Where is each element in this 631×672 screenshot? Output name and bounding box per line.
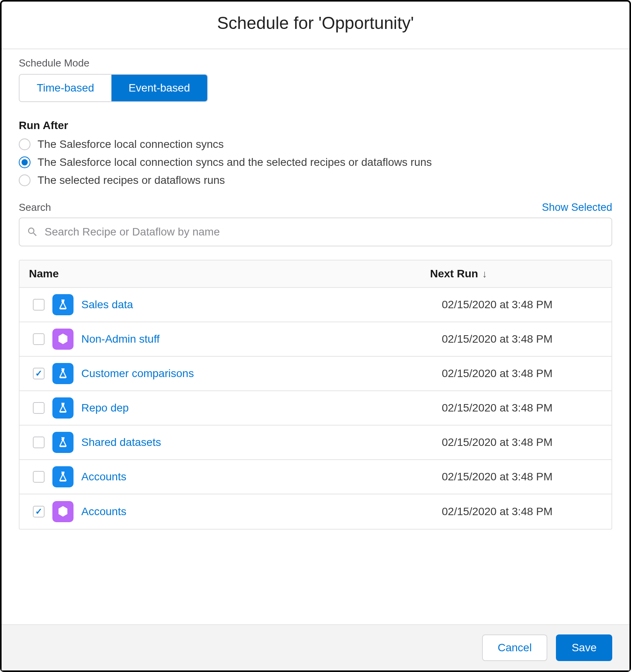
row-name-link[interactable]: Non-Admin stuff xyxy=(81,333,160,345)
modal-header: Schedule for 'Opportunity' xyxy=(2,2,629,49)
sort-descending-icon: ↓ xyxy=(482,268,487,280)
svg-point-8 xyxy=(61,473,63,474)
svg-point-6 xyxy=(61,439,63,440)
cancel-button[interactable]: Cancel xyxy=(482,634,547,661)
column-header-next-run[interactable]: Next Run ↓ xyxy=(430,268,602,280)
row-next-run: 02/15/2020 at 3:48 PM xyxy=(442,402,602,414)
radio-icon xyxy=(19,138,30,150)
row-checkbox[interactable] xyxy=(33,299,45,311)
table-row: Customer comparisons02/15/2020 at 3:48 P… xyxy=(20,357,611,391)
flask-icon xyxy=(52,397,73,419)
table-row: Shared datasets02/15/2020 at 3:48 PM xyxy=(20,426,611,460)
hexagon-icon xyxy=(52,329,73,350)
row-name-link[interactable]: Accounts xyxy=(81,505,126,518)
column-header-name[interactable]: Name xyxy=(29,268,430,280)
table-row: Non-Admin stuff02/15/2020 at 3:48 PM xyxy=(20,322,611,357)
flask-icon xyxy=(52,432,73,453)
save-button[interactable]: Save xyxy=(556,634,612,661)
search-box xyxy=(19,217,612,246)
schedule-mode-toggle: Time-based Event-based xyxy=(19,74,208,102)
row-name-link[interactable]: Sales data xyxy=(81,298,133,311)
modal-footer: Cancel Save xyxy=(2,624,629,670)
radio-icon xyxy=(19,174,30,186)
run-after-radio-group: The Salesforce local connection syncs Th… xyxy=(19,138,612,187)
search-icon xyxy=(27,226,38,238)
table-row: Accounts02/15/2020 at 3:48 PM xyxy=(20,460,611,494)
search-header: Search Show Selected xyxy=(19,201,612,214)
flask-icon xyxy=(52,466,73,487)
row-next-run: 02/15/2020 at 3:48 PM xyxy=(442,298,602,311)
svg-point-3 xyxy=(64,370,65,370)
table-header-row: Name Next Run ↓ xyxy=(20,261,611,288)
radio-label: The Salesforce local connection syncs xyxy=(38,138,224,151)
search-label: Search xyxy=(19,201,51,214)
modal-title: Schedule for 'Opportunity' xyxy=(2,13,629,33)
table-row: Accounts02/15/2020 at 3:48 PM xyxy=(20,494,611,529)
svg-point-4 xyxy=(61,404,63,406)
row-checkbox[interactable] xyxy=(33,368,45,379)
table-body: Sales data02/15/2020 at 3:48 PMNon-Admin… xyxy=(20,288,611,529)
svg-point-5 xyxy=(64,404,65,405)
row-name-link[interactable]: Customer comparisons xyxy=(81,367,194,380)
row-next-run: 02/15/2020 at 3:48 PM xyxy=(442,333,602,345)
search-input[interactable] xyxy=(45,226,604,238)
row-next-run: 02/15/2020 at 3:48 PM xyxy=(442,367,602,380)
row-next-run: 02/15/2020 at 3:48 PM xyxy=(442,436,602,449)
recipe-table: Name Next Run ↓ Sales data02/15/2020 at … xyxy=(19,260,612,530)
row-name-link[interactable]: Repo dep xyxy=(81,402,129,414)
hexagon-icon xyxy=(52,501,73,522)
row-checkbox[interactable] xyxy=(33,402,45,414)
svg-point-2 xyxy=(61,370,63,371)
radio-icon xyxy=(19,156,30,168)
svg-point-7 xyxy=(64,438,65,439)
row-checkbox[interactable] xyxy=(33,471,45,483)
flask-icon xyxy=(52,363,73,384)
svg-point-9 xyxy=(64,473,65,474)
run-after-option-1[interactable]: The Salesforce local connection syncs an… xyxy=(19,156,612,169)
modal-content: Schedule Mode Time-based Event-based Run… xyxy=(2,49,629,624)
table-row: Sales data02/15/2020 at 3:48 PM xyxy=(20,288,611,322)
flask-icon xyxy=(52,294,73,315)
row-checkbox[interactable] xyxy=(33,333,45,345)
row-checkbox[interactable] xyxy=(33,506,45,517)
schedule-mode-label: Schedule Mode xyxy=(19,57,612,69)
run-after-heading: Run After xyxy=(19,119,612,132)
run-after-option-2[interactable]: The selected recipes or dataflows runs xyxy=(19,174,612,187)
show-selected-link[interactable]: Show Selected xyxy=(542,201,612,214)
svg-point-1 xyxy=(64,301,65,302)
row-next-run: 02/15/2020 at 3:48 PM xyxy=(442,471,602,483)
toggle-time-based[interactable]: Time-based xyxy=(20,75,111,101)
row-checkbox[interactable] xyxy=(33,437,45,448)
radio-label: The Salesforce local connection syncs an… xyxy=(38,156,432,169)
row-name-link[interactable]: Accounts xyxy=(81,471,126,483)
table-row: Repo dep02/15/2020 at 3:48 PM xyxy=(20,391,611,426)
row-next-run: 02/15/2020 at 3:48 PM xyxy=(442,505,602,518)
svg-point-0 xyxy=(61,301,63,302)
column-header-next-run-label: Next Run xyxy=(430,268,478,280)
radio-label: The selected recipes or dataflows runs xyxy=(38,174,225,187)
run-after-option-0[interactable]: The Salesforce local connection syncs xyxy=(19,138,612,151)
toggle-event-based[interactable]: Event-based xyxy=(111,75,207,101)
schedule-modal: Schedule for 'Opportunity' Schedule Mode… xyxy=(0,0,631,672)
row-name-link[interactable]: Shared datasets xyxy=(81,436,161,449)
